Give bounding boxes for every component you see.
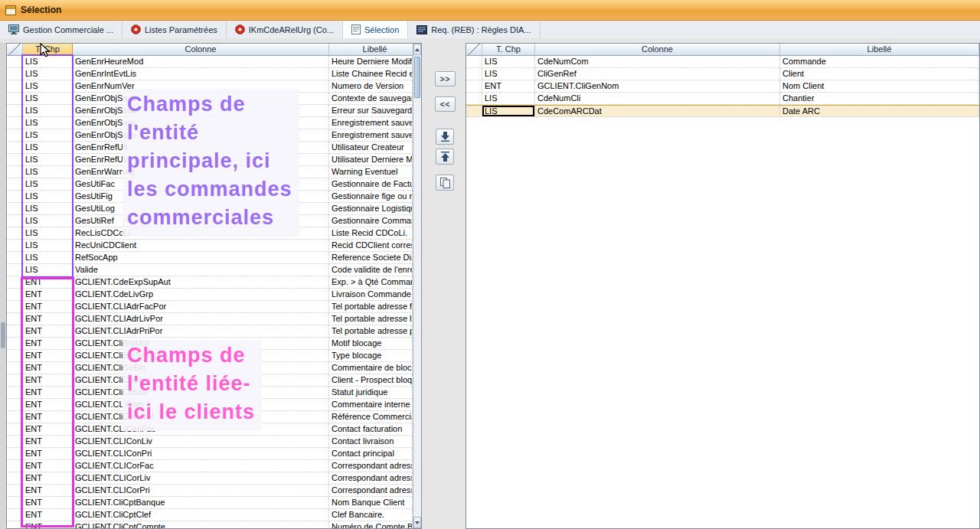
cell-libelle: Warning Eventuel — [329, 166, 413, 178]
triangle-up-icon — [415, 48, 420, 51]
cell-libelle: Correspondant adresse — [329, 485, 413, 497]
row-selector-cell — [7, 497, 23, 509]
window-icon — [5, 5, 16, 15]
cell-libelle: Contact principal — [329, 448, 413, 460]
row-selector-cell — [7, 166, 23, 178]
table-row[interactable]: ENTGCLIENT.CLIConPriContact principal — [7, 448, 413, 460]
row-selector-cell — [7, 362, 23, 374]
column-header-colonne[interactable]: Colonne — [73, 44, 329, 56]
cell-libelle: Numéro de Compte Ban — [329, 521, 413, 528]
table-row[interactable]: ENTGCLIENT.CliCptCompteNuméro de Compte … — [7, 521, 413, 528]
move-down-button[interactable] — [436, 129, 454, 145]
cell-type: LIS — [23, 252, 73, 264]
add-all-button[interactable]: >> — [435, 71, 456, 87]
cell-colonne: GCLIENT.CLIAdrFacPor — [73, 301, 329, 313]
edge-scrollbar-thumb[interactable] — [1, 322, 5, 348]
tab-label: Req. (REB) : Règles DIA... — [431, 25, 531, 34]
table-row[interactable]: ENTGCLIENT.CLIAdrFacPorTel portable adre… — [7, 301, 413, 313]
cell-type: ENT — [23, 350, 73, 362]
column-header-tchp[interactable]: T. Chp — [482, 44, 535, 56]
tab-5[interactable]: Req. (REB) : Règles DIA... — [408, 21, 540, 38]
column-header-libelle[interactable]: Libellé — [780, 44, 979, 56]
column-header-colonne[interactable]: Colonne — [535, 44, 780, 56]
cell-libelle: Liste Chainee Recid evt — [329, 68, 413, 80]
cell-type: LIS — [23, 215, 73, 227]
corner-header-cell[interactable] — [466, 44, 482, 56]
vertical-scrollbar[interactable] — [413, 44, 421, 528]
table-row[interactable]: LISCliGenRefClient — [466, 68, 979, 80]
annotation-linked-entity: Champs del'entité liée-ici le clients — [122, 340, 262, 431]
cell-type: ENT — [23, 301, 73, 313]
copy-button[interactable] — [436, 175, 454, 191]
tab-4[interactable]: Sélection — [343, 21, 408, 38]
scroll-down-button[interactable] — [413, 517, 421, 528]
row-selector-cell — [7, 203, 23, 215]
annotation-line: ici le clients — [127, 398, 255, 426]
cell-type: LIS — [482, 105, 535, 117]
cell-type: LIS — [23, 154, 73, 166]
annotation-line: l'entité — [127, 119, 292, 147]
table-row[interactable]: ENTGCLIENT.CLIAdrLivPorTel portable adre… — [7, 313, 413, 325]
cell-libelle: Motif blocage — [329, 338, 413, 350]
table-row[interactable]: LISRecUniCDClientRecid CDClient correspo — [7, 240, 413, 252]
cell-type: LIS — [23, 105, 73, 117]
cell-colonne: GCLIENT.CliCptClef — [73, 509, 329, 521]
cell-type: ENT — [23, 387, 73, 399]
monitor-icon — [8, 24, 19, 34]
table-row[interactable]: ENTGCLIENT.CliGenNomNom Client — [466, 80, 979, 93]
cell-type: LIS — [482, 56, 535, 68]
table-row[interactable]: ENTGCLIENT.CdeLivGrpLivraison Commande G… — [7, 289, 413, 301]
table-row[interactable]: LISCdeNumComCommande — [466, 56, 979, 68]
cell-type: ENT — [23, 411, 73, 423]
grid-icon — [416, 25, 427, 34]
remove-all-button[interactable]: << — [435, 96, 456, 112]
move-up-button[interactable] — [436, 149, 454, 165]
table-row[interactable]: ENTGCLIENT.CLICorPriCorrespondant adress… — [7, 485, 413, 497]
table-row[interactable]: LISGenEnrIntEvtLisListe Chainee Recid ev… — [7, 68, 413, 80]
table-row[interactable]: ENTGCLIENT.CLICorFacCorrespondant adress… — [7, 460, 413, 472]
table-row[interactable]: ENTGCLIENT.CLIAdrPriPorTel portable adre… — [7, 325, 413, 338]
row-selector-cell — [7, 80, 23, 93]
cell-type: ENT — [23, 485, 73, 497]
cell-libelle: Correspondant adresse — [329, 460, 413, 472]
column-header-libelle[interactable]: Libellé — [329, 44, 421, 56]
table-row[interactable]: ENTGCLIENT.CLICorLivCorrespondant adress… — [7, 472, 413, 485]
scroll-up-button[interactable] — [413, 44, 421, 55]
table-row[interactable]: ENTGCLIENT.CLIConLivContact livraison — [7, 436, 413, 448]
cell-libelle: Utilisateur Createur — [329, 142, 413, 154]
cell-libelle: Contact livraison — [329, 436, 413, 448]
cell-type: ENT — [482, 80, 535, 93]
row-selector-cell — [466, 105, 482, 117]
table-row[interactable]: LISValideCode validite de l'enregi — [7, 264, 413, 276]
scrollbar-thumb[interactable] — [414, 57, 420, 98]
cell-type: LIS — [23, 93, 73, 105]
table-row[interactable]: LISGenEnrHeureModHeure Derniere Modif — [7, 56, 413, 68]
row-selector-cell — [466, 80, 482, 93]
tab-1[interactable]: Gestion Commerciale ... — [0, 21, 122, 38]
table-row[interactable]: LISCdeNumCliChantier — [466, 93, 979, 105]
row-selector-cell — [7, 215, 23, 227]
copy-icon — [440, 178, 450, 188]
cell-type: ENT — [23, 521, 73, 528]
left-table-header: T. Chp Colonne Libellé — [7, 44, 421, 56]
cell-type: ENT — [23, 362, 73, 374]
tab-2[interactable]: Listes Paramétrées — [122, 21, 227, 38]
cell-libelle: Utilisateur Derniere Mod — [329, 154, 413, 166]
table-row[interactable]: LISCdeComARCDatDate ARC — [466, 105, 979, 117]
table-row[interactable]: ENTGCLIENT.CliCptBanqueNom Banque Client — [7, 497, 413, 509]
left-edge-scrollbar[interactable] — [0, 43, 6, 529]
row-selector-cell — [7, 521, 23, 528]
table-row[interactable]: LISRefSocAppReference Societe Diap — [7, 252, 413, 264]
cell-colonne: GenEnrIntEvtLis — [73, 68, 329, 80]
table-row[interactable]: ENTGCLIENT.CliCptClefClef Bancaire. — [7, 509, 413, 521]
cell-colonne: CdeNumCli — [535, 93, 780, 105]
table-row[interactable]: ENTGCLIENT.CdeExpSupAutExp. > à Qté Comm… — [7, 276, 413, 289]
row-selector-cell — [7, 276, 23, 289]
row-selector-cell — [7, 387, 23, 399]
cell-colonne: RecUniCDClient — [73, 240, 329, 252]
column-header-tchp[interactable]: T. Chp — [23, 44, 73, 56]
cell-libelle: Nom Client — [780, 80, 979, 93]
row-selector-cell — [7, 325, 23, 338]
tab-3[interactable]: IKmCdeARelUrg (Co... — [227, 21, 343, 38]
corner-header-cell[interactable] — [7, 44, 23, 56]
